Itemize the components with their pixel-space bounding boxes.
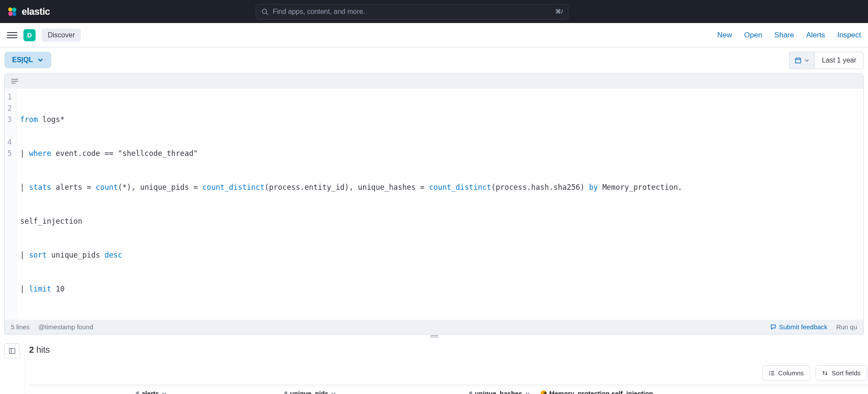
date-range-label[interactable]: Last 1 year	[815, 52, 864, 69]
query-bar-row: ES|QL Last 1 year	[0, 47, 868, 69]
breadcrumb-app[interactable]: Discover	[42, 29, 81, 42]
chevron-down-icon	[804, 58, 809, 63]
svg-point-2	[8, 11, 13, 16]
column-header-unique-pids[interactable]: # unique_pids	[172, 385, 341, 394]
run-query-button[interactable]: Run qu	[836, 323, 857, 331]
svg-point-15	[769, 371, 770, 372]
results-table: # alerts # unique_pids	[29, 385, 868, 394]
editor-toolbar	[5, 74, 863, 89]
column-header-unique-hashes[interactable]: # unique_hashes	[341, 385, 535, 394]
table-controls: Columns Sort fields	[29, 365, 868, 381]
calendar-icon	[795, 57, 802, 64]
brand-logo[interactable]: elastic	[7, 6, 50, 17]
table-header-row: # alerts # unique_pids	[29, 385, 868, 394]
nav-share[interactable]: Share	[774, 31, 794, 40]
brand-name: elastic	[22, 6, 50, 17]
controls-column-header	[29, 385, 59, 394]
code-area[interactable]: 1 2 3 4 5 from logs* | where event.code …	[5, 89, 863, 320]
toggle-field-list-button[interactable]	[4, 343, 20, 359]
results-main: 2 hits Columns Sort fields # alerts	[24, 342, 868, 394]
date-picker: Last 1 year	[789, 52, 864, 69]
top-nav-links: New Open Share Alerts Inspect	[717, 31, 861, 40]
nav-toggle-button[interactable]	[7, 30, 17, 40]
editor-resize-handle[interactable]	[0, 334, 868, 339]
code-lines[interactable]: from logs* | where event.code == "shellc…	[17, 89, 863, 320]
nav-open[interactable]: Open	[744, 31, 762, 40]
columns-button[interactable]: Columns	[762, 365, 810, 381]
svg-point-1	[12, 7, 17, 12]
svg-point-4	[262, 9, 267, 13]
search-shortcut: ⌘/	[555, 8, 563, 15]
boolean-type-icon	[541, 391, 547, 394]
submit-feedback-link[interactable]: Submit feedback	[770, 323, 828, 331]
elastic-logo-icon	[7, 7, 17, 17]
hit-count: 2 hits	[29, 345, 868, 355]
sort-fields-button[interactable]: Sort fields	[815, 365, 867, 381]
sort-icon	[822, 370, 828, 376]
column-header-alerts[interactable]: # alerts	[59, 385, 172, 394]
nav-inspect[interactable]: Inspect	[837, 31, 861, 40]
column-header-memory-protection[interactable]: Memory_protection.self_injection	[535, 385, 868, 394]
top-header: elastic Find apps, content, and more. ⌘/	[0, 0, 868, 23]
sub-header: D Discover New Open Share Alerts Inspect	[0, 23, 868, 47]
nav-new[interactable]: New	[717, 31, 732, 40]
svg-point-16	[769, 373, 770, 374]
chevron-down-icon	[525, 391, 530, 394]
query-language-label: ES|QL	[12, 56, 33, 64]
svg-point-3	[13, 12, 17, 16]
svg-point-17	[769, 374, 770, 375]
word-wrap-icon[interactable]	[11, 78, 19, 84]
svg-rect-13	[10, 348, 15, 354]
number-type-icon: #	[469, 390, 472, 394]
query-editor: 1 2 3 4 5 from logs* | where event.code …	[4, 73, 864, 334]
svg-rect-6	[795, 58, 801, 63]
line-gutter: 1 2 3 4 5	[5, 89, 17, 320]
chat-icon	[770, 324, 776, 330]
chevron-down-icon	[331, 391, 336, 394]
editor-footer: 5 lines @timestamp found Submit feedback…	[5, 320, 863, 334]
line-count-label: 5 lines	[11, 323, 30, 331]
panel-toggle-icon	[9, 348, 16, 354]
nav-alerts[interactable]: Alerts	[806, 31, 825, 40]
number-type-icon: #	[284, 390, 287, 394]
space-selector[interactable]: D	[23, 29, 36, 41]
date-quick-select[interactable]	[789, 52, 815, 69]
svg-line-5	[266, 13, 268, 15]
number-type-icon: #	[135, 390, 139, 394]
search-placeholder: Find apps, content, and more.	[273, 8, 551, 16]
global-search-wrap: Find apps, content, and more. ⌘/	[50, 4, 774, 20]
query-language-selector[interactable]: ES|QL	[4, 52, 51, 68]
list-icon	[769, 370, 775, 376]
results-area: 2 hits Columns Sort fields # alerts	[0, 339, 868, 394]
search-icon	[261, 8, 268, 15]
svg-point-0	[8, 7, 12, 11]
timestamp-found-label: @timestamp found	[38, 323, 93, 331]
chevron-down-icon	[37, 57, 43, 63]
global-search[interactable]: Find apps, content, and more. ⌘/	[256, 4, 568, 20]
chevron-down-icon	[162, 391, 167, 394]
